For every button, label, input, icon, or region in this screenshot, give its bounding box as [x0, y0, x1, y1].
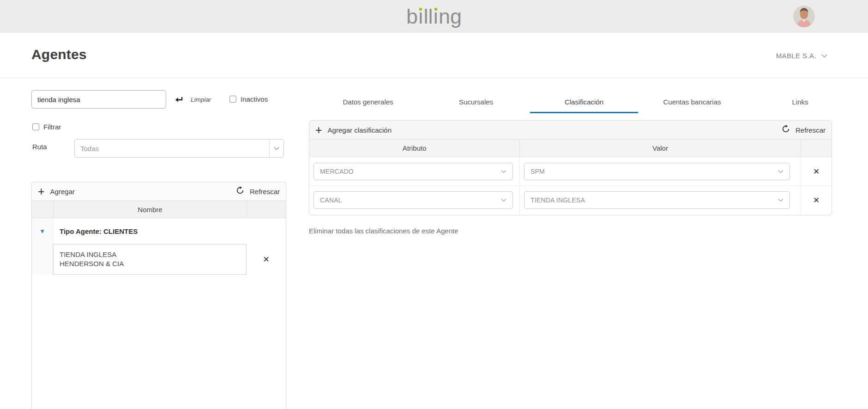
- row-actions-cell: ✕: [801, 186, 832, 214]
- enter-search-icon[interactable]: [174, 96, 183, 105]
- refresh-agents-button[interactable]: Refrescar: [236, 186, 280, 196]
- attribute-cell: MERCADO: [309, 157, 519, 185]
- route-selected-value: Todas: [75, 140, 269, 157]
- row-actions-cell: ✕: [801, 157, 832, 185]
- agent-actions-cell: ✕: [247, 244, 286, 275]
- attribute-select[interactable]: MERCADO: [313, 163, 513, 180]
- tab-links[interactable]: Links: [746, 91, 854, 113]
- agent-row: TIENDA INGLESA HENDERSON & CIA ✕: [32, 244, 286, 275]
- inactives-toggle[interactable]: Inactivos: [229, 95, 268, 103]
- refresh-agents-label: Refrescar: [250, 188, 280, 195]
- app-header: bıllıng: [0, 0, 868, 33]
- filter-checkbox[interactable]: [32, 123, 39, 130]
- classification-row: CANAL TIENDA INGLESA ✕: [309, 186, 832, 214]
- value-select[interactable]: TIENDA INGLESA: [524, 191, 790, 209]
- row-gutter: [32, 244, 53, 275]
- agent-name-line2: HENDERSON & CIA: [60, 259, 246, 269]
- add-classification-label: Agregar clasificación: [328, 126, 392, 134]
- billing-logo: bıllıng: [406, 6, 462, 27]
- logo-text: ı: [418, 6, 424, 27]
- attribute-selected-value: MERCADO: [320, 168, 354, 175]
- company-selector[interactable]: MABLE S.A.: [776, 52, 827, 60]
- chevron-down-icon: [821, 54, 827, 58]
- logo-text: ı: [433, 6, 439, 27]
- classification-panel: + Agregar clasificación Refrescar Atribu…: [309, 120, 832, 215]
- delete-agent-button[interactable]: ✕: [263, 255, 269, 264]
- search-input[interactable]: [31, 90, 166, 109]
- route-label: Ruta: [32, 143, 47, 151]
- title-bar: Agentes MABLE S.A.: [0, 33, 868, 78]
- clear-search-link[interactable]: Limpiar: [191, 96, 211, 103]
- delete-classification-button[interactable]: ✕: [813, 195, 820, 205]
- value-cell: SPM: [519, 157, 801, 185]
- actions-column-header: [801, 140, 832, 157]
- user-avatar[interactable]: [793, 6, 815, 27]
- agent-list-panel: + Agregar Refrescar Nombre ▼: [31, 182, 286, 409]
- agent-list-toolbar: + Agregar Refrescar: [32, 182, 286, 201]
- classification-toolbar: + Agregar clasificación Refrescar: [309, 121, 832, 140]
- agent-detail-tabs: Datos generales Sucursales Clasificación…: [314, 91, 854, 113]
- value-column-header: Valor: [519, 140, 801, 157]
- refresh-classifications-label: Refrescar: [796, 126, 826, 134]
- agent-table-header: Nombre: [32, 201, 286, 218]
- value-selected-value: TIENDA INGLESA: [530, 196, 585, 204]
- refresh-icon: [236, 186, 244, 196]
- page-title: Agentes: [31, 47, 87, 62]
- plus-icon: +: [315, 125, 322, 134]
- company-name: MABLE S.A.: [776, 52, 816, 60]
- delete-all-classifications-link[interactable]: Eliminar todas las clasificaciones de es…: [309, 227, 458, 235]
- delete-classification-button[interactable]: ✕: [813, 167, 820, 176]
- route-select[interactable]: Todas: [74, 139, 284, 158]
- collapse-triangle-icon[interactable]: ▼: [41, 229, 44, 234]
- inactives-label: Inactivos: [241, 95, 268, 103]
- attribute-column-header: Atributo: [309, 140, 519, 157]
- refresh-icon: [782, 125, 790, 135]
- name-column-header: Nombre: [53, 201, 247, 218]
- logo-text: ll: [423, 5, 433, 28]
- tab-clasificacion[interactable]: Clasificación: [530, 91, 638, 113]
- chevron-down-icon: [778, 198, 784, 202]
- chevron-down-icon: [501, 198, 506, 202]
- agent-group-row: ▼ Tipo Agente: CLIENTES: [32, 218, 286, 244]
- attribute-cell: CANAL: [309, 186, 519, 214]
- value-select[interactable]: SPM: [524, 163, 790, 180]
- classification-table-header: Atributo Valor: [309, 140, 832, 157]
- chevron-down-icon[interactable]: [269, 140, 283, 157]
- chevron-down-icon: [501, 170, 506, 173]
- group-expander-cell: ▼: [32, 218, 53, 244]
- inactives-checkbox[interactable]: [229, 96, 236, 103]
- avatar-image: [793, 6, 815, 27]
- agent-name-cell[interactable]: TIENDA INGLESA HENDERSON & CIA: [53, 244, 247, 275]
- agent-group-label: Tipo Agente: CLIENTES: [53, 218, 286, 244]
- chevron-down-icon: [778, 170, 784, 173]
- tab-cuentas-bancarias[interactable]: Cuentas bancarias: [638, 91, 746, 113]
- agent-name-line1: TIENDA INGLESA: [60, 250, 246, 259]
- filter-toggle[interactable]: Filtrar: [32, 123, 61, 131]
- agentes-page: bıllıng Agentes MABLE S.A. Limpiar: [0, 0, 868, 409]
- add-agent-label: Agregar: [50, 188, 75, 195]
- add-agent-button[interactable]: + Agregar: [38, 187, 75, 196]
- add-classification-button[interactable]: + Agregar clasificación: [315, 125, 392, 134]
- attribute-selected-value: CANAL: [320, 196, 342, 204]
- value-selected-value: SPM: [530, 168, 545, 175]
- value-cell: TIENDA INGLESA: [519, 186, 801, 214]
- attribute-select[interactable]: CANAL: [313, 191, 513, 209]
- logo-text: b: [406, 5, 418, 28]
- plus-icon: +: [38, 187, 45, 196]
- tab-datos-generales[interactable]: Datos generales: [314, 91, 422, 113]
- expander-column-header: [32, 201, 53, 218]
- logo-text: ng: [439, 5, 462, 28]
- classification-row: MERCADO SPM ✕: [309, 157, 832, 186]
- actions-column-header: [247, 201, 286, 218]
- tab-sucursales[interactable]: Sucursales: [422, 91, 530, 113]
- filter-label: Filtrar: [43, 123, 61, 131]
- refresh-classifications-button[interactable]: Refrescar: [782, 125, 826, 135]
